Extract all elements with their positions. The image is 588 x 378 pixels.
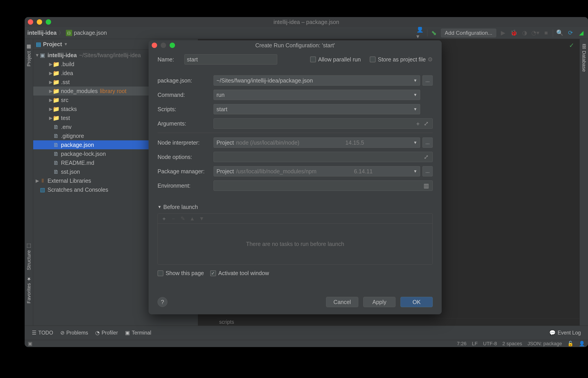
build-icon[interactable]: ⬊ <box>430 29 438 37</box>
project-tool-icon: ▦ <box>26 44 32 50</box>
package-json-dropdown[interactable]: ~/Sites/fwang/intellij-idea/package.json… <box>214 75 420 86</box>
module-icon: ▣ <box>39 52 46 58</box>
node-options-expand-button[interactable]: ⤢ <box>421 152 431 162</box>
name-input[interactable] <box>184 54 277 65</box>
add-task-button[interactable]: ＋ <box>160 215 168 223</box>
ide-features-icon[interactable]: ◢ <box>577 29 585 37</box>
structure-tool-tab[interactable]: Structure⬚ <box>25 240 33 273</box>
status-indent[interactable]: 2 spaces <box>502 341 522 347</box>
environment-browse-button[interactable]: ▥ <box>421 180 431 191</box>
database-tool-tab[interactable]: 🗄Database <box>580 41 588 74</box>
status-tool-windows-icon[interactable]: ▣ <box>28 341 32 347</box>
window-title: intellij-idea – package.json <box>273 19 339 25</box>
event-log-icon: 💬 <box>549 330 556 336</box>
file-icon: 🗎 <box>53 124 59 130</box>
window-minimize-button[interactable] <box>37 19 42 25</box>
user-icon[interactable]: 👤▾ <box>416 29 424 37</box>
scripts-dropdown[interactable]: start ▼ <box>214 104 420 114</box>
folder-icon: 📁 <box>53 106 59 112</box>
right-gutter: 🗄Database <box>579 39 588 325</box>
node-interpreter-browse-button[interactable]: ... <box>422 137 433 148</box>
package-manager-dropdown[interactable]: Project /usr/local/lib/node_modules/npm … <box>214 166 420 176</box>
favorites-tool-icon: ★ <box>26 276 32 282</box>
project-tool-tab[interactable]: Project▦ <box>25 41 33 69</box>
add-configuration-button[interactable]: Add Configuration... <box>441 28 496 38</box>
file-icon: 🗎 <box>53 169 59 175</box>
before-launch-toolbar: ＋ － ✎ ▲ ▼ <box>157 214 433 223</box>
ok-button[interactable]: OK <box>400 297 433 307</box>
allow-parallel-checkbox[interactable]: Allow parallel run <box>310 56 361 63</box>
status-inspector-icon[interactable]: 👤 <box>579 341 585 347</box>
package-json-browse-button[interactable]: ... <box>422 75 433 86</box>
before-launch-header[interactable]: ▼ Before launch <box>157 204 433 210</box>
breadcrumb-project[interactable]: intellij-idea <box>27 30 57 36</box>
status-filetype[interactable]: JSON: package <box>527 341 562 347</box>
move-up-button: ▲ <box>188 215 196 223</box>
favorites-tool-tab[interactable]: Favorites★ <box>25 273 33 307</box>
node-options-input[interactable] <box>214 152 433 162</box>
arguments-label: Arguments: <box>157 120 214 127</box>
file-icon: 🗎 <box>53 133 59 139</box>
chevron-down-icon: ▼ <box>413 107 417 112</box>
gear-icon[interactable]: ⚙ <box>428 56 433 63</box>
help-button[interactable]: ? <box>157 297 167 307</box>
status-lock-icon[interactable]: 🔓 <box>567 341 574 347</box>
stop-icon[interactable]: ■ <box>542 29 550 37</box>
environment-input[interactable] <box>214 180 433 191</box>
environment-label: Environment: <box>157 183 214 189</box>
todo-tab[interactable]: ☰TODO <box>28 328 57 337</box>
folder-icon: 📁 <box>53 97 59 103</box>
breadcrumb-separator: 〉 <box>58 29 64 37</box>
coverage-icon[interactable]: ◑ <box>521 29 529 37</box>
status-cursor-pos[interactable]: 7:26 <box>457 341 467 347</box>
terminal-tab[interactable]: ▣Terminal <box>121 328 155 337</box>
cancel-button[interactable]: Cancel <box>326 297 358 307</box>
scratches-icon: ▧ <box>39 187 46 193</box>
run-icon[interactable]: ▶ <box>499 29 507 37</box>
folder-icon: 📁 <box>53 115 59 121</box>
package-manager-label: Package manager: <box>157 168 214 175</box>
arguments-input[interactable] <box>214 118 433 129</box>
command-dropdown[interactable]: run ▼ <box>214 90 420 100</box>
debug-icon[interactable]: 🐞 <box>510 29 518 37</box>
window-maximize-button[interactable] <box>46 19 51 25</box>
before-launch-tasks-list: There are no tasks to run before launch <box>157 223 433 265</box>
chevron-down-icon: ▼ <box>413 140 417 145</box>
file-icon: 🗎 <box>53 160 59 166</box>
event-log-tab[interactable]: 💬Event Log <box>546 328 584 337</box>
sync-icon[interactable]: ⟳ <box>566 29 575 37</box>
status-encoding[interactable]: UTF-8 <box>483 341 497 347</box>
editor-breadcrumb[interactable]: scripts <box>217 318 579 325</box>
structure-tool-icon: ⬚ <box>26 243 32 249</box>
library-icon: ⫴ <box>39 177 46 184</box>
command-label: Command: <box>157 92 214 98</box>
file-icon: 🗎 <box>53 151 59 157</box>
activate-tool-window-checkbox[interactable]: Activate tool window <box>210 270 269 276</box>
folder-icon: 📁 <box>53 70 59 76</box>
inspection-ok-icon[interactable]: ✓ <box>569 42 574 49</box>
breadcrumb-file[interactable]: package.json <box>74 30 107 36</box>
node-interpreter-dropdown[interactable]: Project node (/usr/local/bin/node) 14.15… <box>214 137 420 148</box>
dialog-close-button[interactable] <box>152 43 157 48</box>
folder-icon: 📁 <box>53 79 59 85</box>
chevron-down-icon[interactable]: ▼ <box>64 42 68 47</box>
run-config-dialog: Create Run Configuration: 'start' Name: … <box>149 40 442 314</box>
status-line-sep[interactable]: LF <box>472 341 478 347</box>
problems-tab[interactable]: ⊘Problems <box>57 328 92 337</box>
search-icon[interactable]: 🔍 <box>556 29 564 37</box>
window-close-button[interactable] <box>28 19 33 25</box>
store-project-checkbox[interactable]: Store as project file <box>370 56 426 63</box>
arguments-expand-button[interactable]: ⤢ <box>421 118 431 129</box>
json-file-icon: { } <box>66 30 72 36</box>
show-this-page-checkbox[interactable]: Show this page <box>157 270 204 276</box>
package-manager-browse-button[interactable]: ... <box>422 166 433 176</box>
dialog-maximize-button[interactable] <box>170 43 175 48</box>
dialog-minimize-button <box>161 43 166 48</box>
todo-icon: ☰ <box>32 330 37 336</box>
folder-icon: 📁 <box>53 61 59 67</box>
profiler-tab[interactable]: ◔Profiler <box>92 328 121 337</box>
apply-button[interactable]: Apply <box>363 297 395 307</box>
project-panel-title: ▤ Project ▼ <box>36 41 68 48</box>
chevron-down-icon: ▼ <box>413 93 417 97</box>
profile-icon[interactable]: ◔▾ <box>531 29 539 37</box>
